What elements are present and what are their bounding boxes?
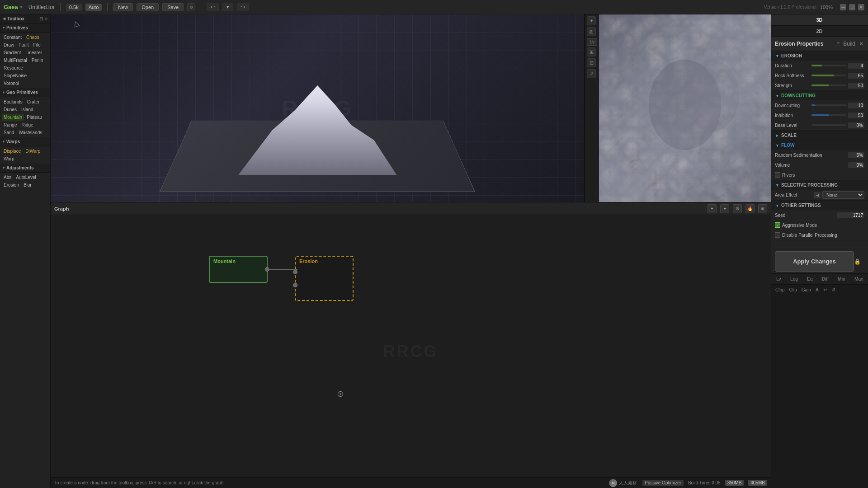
- sidebar-item-warp[interactable]: Warp: [2, 155, 16, 162]
- sidebar-item-plateau[interactable]: Plateau: [25, 114, 44, 121]
- inhibition-slider[interactable]: [811, 114, 846, 116]
- selective-processing-header[interactable]: ▾ SELECTIVE PROCESSING: [771, 180, 868, 190]
- toolbox-header[interactable]: ◀ Toolbox ⊟ ≡: [0, 14, 50, 23]
- clnp-btn[interactable]: Clnp: [774, 286, 786, 293]
- node-erosion-input2[interactable]: [293, 283, 297, 287]
- inhibition-input[interactable]: 50: [848, 113, 864, 118]
- auto-button[interactable]: Auto: [85, 4, 102, 11]
- resolution-display[interactable]: 0.5k: [66, 4, 82, 11]
- area-effect-prev[interactable]: ◀: [814, 192, 821, 198]
- open-button[interactable]: Open: [137, 3, 159, 11]
- strength-input[interactable]: 50: [848, 83, 864, 89]
- sidebar-item-mountain[interactable]: Mountain: [2, 114, 24, 121]
- clip-btn[interactable]: Clip: [788, 286, 798, 293]
- sidebar-item-fault[interactable]: Fault: [17, 42, 30, 48]
- graph-dropdown[interactable]: ▾: [720, 204, 729, 213]
- save-button[interactable]: Save: [162, 3, 184, 11]
- max-tool-btn[interactable]: Max: [853, 276, 864, 282]
- warps-section-header[interactable]: ▾ Warps: [0, 137, 50, 146]
- add-node-button[interactable]: +: [708, 204, 717, 213]
- sidebar-item-abs[interactable]: Abs: [2, 174, 13, 181]
- sidebar-item-diwarp[interactable]: DiWarp: [24, 148, 42, 155]
- downcutting-section-header[interactable]: ▾ DOWNCUTTING: [771, 91, 868, 100]
- 2d-mode-button[interactable]: 2D: [771, 26, 868, 37]
- maximize-button[interactable]: □: [849, 4, 855, 10]
- flame-icon[interactable]: 🔥: [745, 204, 755, 213]
- sidebar-item-draw[interactable]: Draw: [2, 42, 16, 48]
- min-tool-btn[interactable]: Min: [836, 276, 846, 282]
- other-collapse-icon[interactable]: ▾: [775, 203, 779, 208]
- sidebar-item-wastelands[interactable]: Wastelands: [17, 129, 44, 136]
- minimize-button[interactable]: —: [840, 4, 846, 10]
- sidebar-item-badlands[interactable]: Badlands: [2, 99, 24, 105]
- log-tool-btn[interactable]: Log: [789, 276, 799, 282]
- sun-icon[interactable]: ✦: [587, 16, 596, 25]
- sidebar-item-gradient[interactable]: Gradient: [2, 49, 23, 56]
- duration-input[interactable]: 4: [848, 63, 864, 69]
- build-button[interactable]: Build: [842, 40, 856, 48]
- erosion-section-header[interactable]: ▾ EROSION: [771, 51, 868, 61]
- camera-icon[interactable]: ⊡: [587, 58, 596, 67]
- extra2-btn[interactable]: ↺: [830, 286, 836, 293]
- 3d-viewport[interactable]: RRCG △: [51, 14, 585, 202]
- base-level-slider[interactable]: [811, 124, 846, 126]
- settings-icon[interactable]: ⚙: [187, 3, 195, 11]
- redo-button[interactable]: ↪: [237, 3, 249, 11]
- sidebar-item-crater[interactable]: Crater: [25, 99, 42, 105]
- aggressive-mode-checkbox[interactable]: [775, 222, 780, 228]
- export-icon[interactable]: ↗: [587, 69, 596, 78]
- downcutting-input[interactable]: 10: [848, 103, 864, 108]
- downcutting-slider[interactable]: [811, 104, 846, 106]
- a-btn[interactable]: A: [814, 286, 820, 293]
- adjustments-section-header[interactable]: ▾ Adjustments: [0, 164, 50, 173]
- app-dropdown-arrow[interactable]: ▾: [20, 5, 22, 9]
- rock-softness-slider[interactable]: [811, 75, 846, 76]
- sidebar-item-autolevel[interactable]: AutoLevel: [14, 174, 38, 181]
- sidebar-item-displace[interactable]: Displace: [2, 148, 23, 155]
- graph-menu-button[interactable]: ≡: [758, 204, 767, 213]
- grid-icon[interactable]: ⊞: [587, 47, 596, 56]
- sidebar-item-island[interactable]: Island: [19, 106, 35, 113]
- lock-icon[interactable]: 🔒: [854, 258, 861, 265]
- undo-dropdown[interactable]: ▾: [222, 3, 233, 11]
- 2d-viewport[interactable]: RRCG: [599, 14, 771, 202]
- sidebar-item-ridge[interactable]: Ridge: [19, 122, 35, 128]
- sidebar-item-perlin[interactable]: Perlin: [30, 57, 45, 64]
- new-button[interactable]: New: [113, 3, 133, 11]
- downcutting-collapse-icon[interactable]: ▾: [775, 94, 779, 98]
- sidebar-item-range[interactable]: Range: [2, 122, 19, 128]
- apply-changes-button[interactable]: Apply Changes: [775, 251, 854, 272]
- close-button[interactable]: ✕: [858, 4, 864, 10]
- primitives-section-header[interactable]: ▾ Primitives: [0, 23, 50, 33]
- undo-button[interactable]: ↩: [207, 3, 219, 11]
- rock-softness-input[interactable]: 65: [848, 73, 864, 79]
- erosion-collapse-icon[interactable]: ▾: [775, 54, 779, 58]
- sidebar-item-constant[interactable]: Constant: [2, 34, 24, 41]
- zoom-fit-button[interactable]: ⊙: [733, 204, 742, 213]
- diff-tool-btn[interactable]: Diff: [821, 276, 830, 282]
- compass-tool-icon[interactable]: ◎: [587, 27, 596, 36]
- sidebar-item-slopenoise[interactable]: SlopeNoise: [2, 72, 28, 79]
- sidebar-item-resource[interactable]: Resource: [2, 65, 25, 71]
- node-mountain[interactable]: Mountain: [209, 256, 268, 283]
- other-settings-header[interactable]: ▾ OTHER SETTINGS: [771, 201, 868, 210]
- lv-tool-btn[interactable]: Lv: [775, 276, 783, 282]
- graph-canvas[interactable]: RRCG Mountain Erosion: [51, 215, 771, 488]
- sidebar-item-multifractal[interactable]: MultiFractal: [2, 57, 29, 64]
- strength-slider[interactable]: [811, 84, 846, 86]
- area-effect-select[interactable]: None: [822, 191, 864, 199]
- flow-section-header[interactable]: ▾ FLOW: [771, 141, 868, 150]
- sidebar-item-erosion-adj[interactable]: Erosion: [2, 182, 21, 188]
- duration-slider[interactable]: [811, 65, 846, 66]
- 3d-mode-button[interactable]: 3D: [771, 14, 868, 26]
- sidebar-item-dunes[interactable]: Dunes: [2, 106, 19, 113]
- extra1-btn[interactable]: ↩: [822, 286, 828, 293]
- toolbox-icon1[interactable]: ⊟: [39, 16, 43, 21]
- disable-parallel-checkbox[interactable]: [775, 232, 780, 238]
- eq-tool-btn[interactable]: Eq: [806, 276, 814, 282]
- gain-btn[interactable]: Gain: [800, 286, 812, 293]
- scale-collapse-icon[interactable]: ▸: [775, 133, 779, 138]
- sidebar-item-file[interactable]: File: [32, 42, 42, 48]
- scale-section-header[interactable]: ▸ SCALE: [771, 131, 868, 140]
- geo-primitives-section-header[interactable]: ▾ Geo Primitives: [0, 88, 50, 97]
